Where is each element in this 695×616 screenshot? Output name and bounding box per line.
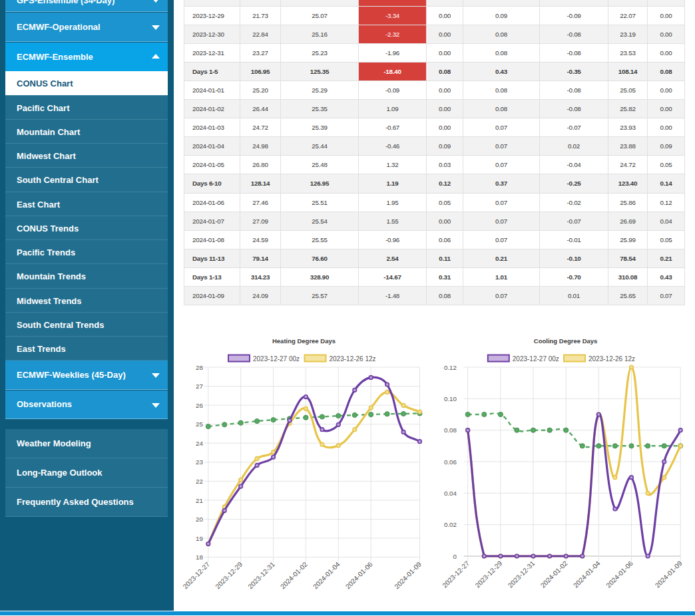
svg-text:25: 25 xyxy=(196,420,203,428)
svg-text:2023-12-29: 2023-12-29 xyxy=(474,559,504,589)
svg-text:0: 0 xyxy=(453,553,457,560)
svg-text:2023-12-31: 2023-12-31 xyxy=(507,559,537,589)
svg-text:2023-12-26 12z: 2023-12-26 12z xyxy=(330,355,376,363)
svg-text:26: 26 xyxy=(196,402,203,409)
svg-text:27: 27 xyxy=(196,383,203,390)
svg-text:0.10: 0.10 xyxy=(444,395,457,402)
svg-text:Heating Degree Days: Heating Degree Days xyxy=(272,337,336,345)
svg-text:19: 19 xyxy=(196,535,203,542)
svg-text:2024-01-06: 2024-01-06 xyxy=(604,559,634,589)
svg-text:0.08: 0.08 xyxy=(444,426,457,434)
svg-text:2024-01-02: 2024-01-02 xyxy=(539,559,569,589)
svg-text:2024-01-09: 2024-01-09 xyxy=(654,559,684,589)
svg-text:0.02: 0.02 xyxy=(444,521,457,528)
svg-text:18: 18 xyxy=(196,553,203,561)
svg-text:24: 24 xyxy=(196,440,203,447)
svg-text:2023-12-29: 2023-12-29 xyxy=(214,561,244,591)
svg-text:0.06: 0.06 xyxy=(444,458,457,466)
svg-text:2024-01-02: 2024-01-02 xyxy=(279,561,309,591)
svg-text:2024-01-04: 2024-01-04 xyxy=(572,559,602,589)
svg-text:2024-01-04: 2024-01-04 xyxy=(312,561,342,591)
svg-text:2023-12-31: 2023-12-31 xyxy=(246,561,276,591)
svg-text:2023-12-27 00z: 2023-12-27 00z xyxy=(253,355,300,363)
svg-text:2024-01-06: 2024-01-06 xyxy=(344,561,374,591)
svg-text:23: 23 xyxy=(196,458,203,466)
svg-text:20: 20 xyxy=(196,516,203,523)
svg-text:2023-12-27: 2023-12-27 xyxy=(441,559,471,589)
svg-text:0.12: 0.12 xyxy=(444,364,457,371)
svg-text:0.04: 0.04 xyxy=(444,490,457,497)
svg-text:2024-01-09: 2024-01-09 xyxy=(393,561,423,591)
svg-text:2023-12-27: 2023-12-27 xyxy=(182,561,212,591)
svg-text:2023-12-26 12z: 2023-12-26 12z xyxy=(588,355,635,363)
svg-text:22: 22 xyxy=(196,478,203,485)
svg-text:28: 28 xyxy=(196,364,203,371)
svg-text:2023-12-27 00z: 2023-12-27 00z xyxy=(513,355,559,363)
svg-text:Cooling Degree Days: Cooling Degree Days xyxy=(534,337,598,345)
svg-text:21: 21 xyxy=(196,497,203,504)
